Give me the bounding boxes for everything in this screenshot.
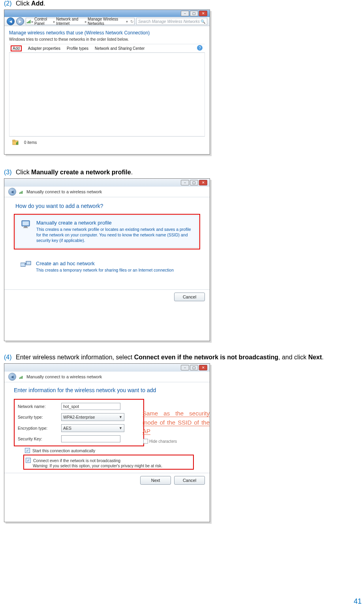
- wizard-title: Manually connect to a wireless network: [26, 374, 102, 379]
- window-titlebar: － ▢ ✕: [4, 179, 210, 187]
- checkbox-checked-icon: ✓: [25, 448, 30, 453]
- signal-icon: [19, 375, 23, 379]
- form-heading: Enter information for the wireless netwo…: [14, 387, 200, 393]
- minimize-button[interactable]: －: [181, 11, 189, 16]
- checkbox-broadcast-label: Connect even if the network is not broad…: [33, 458, 120, 463]
- option-manual-profile[interactable]: Manually create a network profile This c…: [15, 215, 199, 248]
- step2-number: (2): [4, 0, 16, 7]
- search-icon: 🔍: [201, 19, 205, 24]
- checkbox-broadcast-highlight: ✓ Connect even if the network is not bro…: [23, 455, 194, 470]
- step3-text: Click Manually create a network profile.: [16, 169, 133, 176]
- search-input[interactable]: Search Manage Wireless Networks 🔍: [136, 18, 207, 25]
- step4-number: (4): [4, 354, 16, 361]
- svg-rect-10: [22, 191, 23, 194]
- label-encryption-type: Encryption type:: [18, 426, 61, 431]
- cancel-button[interactable]: Cancel: [174, 476, 205, 485]
- step4-bold1: Connect even if the network is not broad…: [134, 354, 278, 361]
- checkbox-start-auto[interactable]: ✓ Start this connection automatically: [25, 448, 200, 453]
- breadcrumb-1[interactable]: Control Panel: [34, 17, 53, 26]
- svg-rect-9: [21, 192, 21, 194]
- label-network-name: Network name:: [18, 404, 61, 409]
- screenshot-add-network-wizard: － ▢ ✕ ◄ Manually connect to a wireless n…: [4, 178, 210, 341]
- step2-post: .: [43, 0, 45, 7]
- input-security-key[interactable]: [61, 435, 120, 442]
- checkbox-connect-not-broadcasting[interactable]: ✓ Connect even if the network is not bro…: [26, 458, 191, 463]
- window-titlebar: － ▢ ✕: [4, 364, 210, 372]
- network-sharing-center-link[interactable]: Network and Sharing Center: [95, 46, 144, 51]
- status-items-count: 0 items: [24, 140, 37, 145]
- step4-bold2: Next: [308, 354, 322, 361]
- profile-types-link[interactable]: Profile types: [67, 46, 88, 51]
- step3-bold: Manually create a network profile: [31, 169, 131, 176]
- svg-rect-8: [19, 193, 20, 194]
- step2-bold: Add: [31, 0, 43, 7]
- maximize-button[interactable]: ▢: [190, 365, 198, 370]
- monitor-icon: [21, 220, 32, 244]
- checkbox-checked-icon: ✓: [26, 458, 31, 463]
- checkbox-start-auto-label: Start this connection automatically: [32, 448, 95, 453]
- help-icon[interactable]: ?: [197, 45, 203, 51]
- screenshot-manage-networks: － ▢ ✕ ◄ ► ▸ Control Panel▸ Network and I…: [4, 9, 210, 155]
- add-button[interactable]: Add: [11, 45, 22, 51]
- option-adhoc-title: Create an ad hoc network: [36, 261, 174, 266]
- svg-rect-1: [28, 21, 29, 23]
- nav-forward-button[interactable]: ►: [16, 17, 24, 25]
- svg-rect-3: [30, 20, 31, 23]
- annotation-security-mode: Same as the security mode of the SSID of…: [143, 409, 210, 436]
- select-security-type[interactable]: WPA2-Enterprise▼: [61, 413, 124, 421]
- wizard-question: How do you want to add a network?: [15, 203, 199, 209]
- step2-pre: Click: [16, 0, 31, 7]
- svg-rect-13: [24, 227, 27, 227]
- maximize-button[interactable]: ▢: [190, 11, 198, 16]
- step2-text: Click Add.: [16, 0, 45, 7]
- cancel-button[interactable]: Cancel: [174, 293, 205, 301]
- hide-characters-label: Hide characters: [149, 439, 177, 444]
- svg-rect-7: [17, 142, 18, 145]
- svg-rect-12: [23, 221, 29, 225]
- input-network-name[interactable]: hot_spot: [61, 403, 120, 410]
- minimize-button[interactable]: －: [181, 365, 189, 370]
- svg-rect-15: [21, 263, 25, 266]
- label-security-type: Security type:: [18, 415, 61, 419]
- option-adhoc[interactable]: Create an ad hoc network This creates a …: [15, 257, 199, 277]
- adapter-properties-link[interactable]: Adapter properties: [28, 46, 60, 51]
- breadcrumb[interactable]: ▸ Control Panel▸ Network and Internet▸ M…: [26, 18, 135, 25]
- select-encryption-type-value: AES: [63, 426, 71, 431]
- step4-pre: Enter wireless network information, sele…: [16, 354, 134, 361]
- signal-icon: [19, 190, 23, 194]
- panel-subtext: Windows tries to connect to these networ…: [9, 37, 205, 42]
- warning-text: Warning: If you select this option, your…: [33, 464, 191, 468]
- select-encryption-type[interactable]: AES▼: [61, 424, 124, 432]
- close-button[interactable]: ✕: [199, 365, 207, 370]
- svg-rect-0: [27, 22, 28, 23]
- svg-rect-20: [22, 376, 23, 379]
- svg-rect-5: [13, 140, 15, 141]
- label-security-key: Security Key:: [18, 436, 61, 441]
- svg-rect-2: [29, 21, 30, 23]
- maximize-button[interactable]: ▢: [190, 180, 198, 185]
- checkbox-icon: [143, 439, 148, 444]
- close-button[interactable]: ✕: [199, 180, 207, 185]
- breadcrumb-3[interactable]: Manage Wireless Networks: [88, 17, 124, 26]
- step3-pre: Click: [16, 169, 31, 176]
- next-button[interactable]: Next: [140, 476, 171, 485]
- chevron-down-icon: ▼: [119, 415, 122, 419]
- breadcrumb-2[interactable]: Network and Internet: [56, 17, 84, 26]
- svg-rect-19: [21, 377, 21, 379]
- step4-post: .: [322, 354, 323, 361]
- close-button[interactable]: ✕: [199, 11, 207, 16]
- screenshot-enter-network-info: － ▢ ✕ ◄ Manually connect to a wireless n…: [4, 363, 210, 522]
- step3-post: .: [131, 169, 133, 176]
- step4-text: Enter wireless network information, sele…: [16, 354, 324, 361]
- select-security-type-value: WPA2-Enterprise: [63, 415, 95, 419]
- minimize-button[interactable]: －: [181, 180, 189, 185]
- wizard-back-button[interactable]: ◄: [8, 188, 16, 196]
- form-highlight-box: Network name: hot_spot Security type: WP…: [14, 399, 144, 446]
- signal-icon: [27, 19, 31, 23]
- adhoc-icon: [20, 261, 32, 273]
- hide-characters-checkbox[interactable]: Hide characters: [143, 439, 177, 444]
- nav-back-button[interactable]: ◄: [7, 17, 15, 25]
- svg-rect-14: [23, 227, 28, 228]
- chevron-down-icon: ▼: [119, 426, 122, 430]
- wizard-back-button[interactable]: ◄: [8, 373, 16, 381]
